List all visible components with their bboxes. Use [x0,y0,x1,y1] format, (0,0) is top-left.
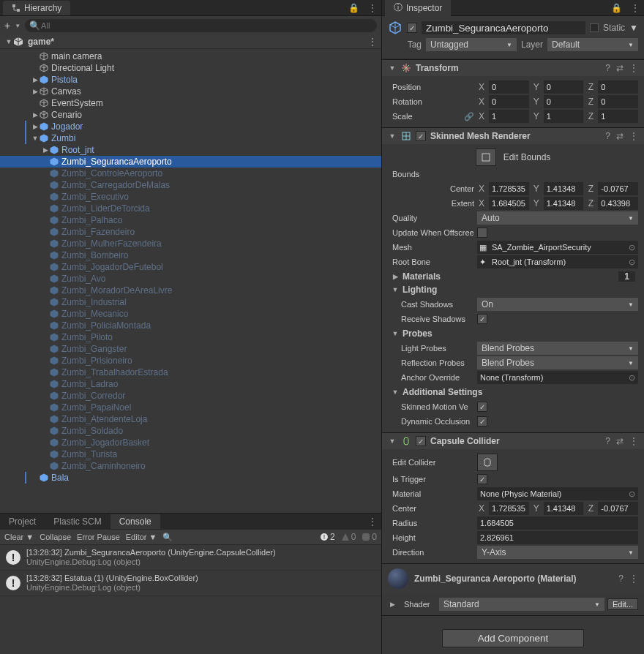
hierarchy-search[interactable] [25,19,377,32]
light-probes-dropdown[interactable]: Blend Probes▼ [477,342,638,355]
inspector-menu-icon[interactable]: ⋮ [626,3,644,13]
error-count[interactable]: 0 [362,532,377,542]
static-checkbox[interactable] [590,23,599,32]
expand-arrow[interactable]: ▼ [31,135,40,142]
bounds-center-y[interactable] [544,182,584,195]
scene-menu[interactable]: ⋮ [368,37,377,47]
expand-arrow[interactable]: ▶ [41,146,50,154]
expand-arrow[interactable]: ▼ [4,38,13,45]
link-icon[interactable]: 🔗 [464,112,474,121]
hierarchy-item[interactable]: Zumbi_MulherFazendeira [0,238,381,249]
gameobject-active-checkbox[interactable] [407,23,417,33]
menu-icon[interactable]: ⋮ [364,3,381,13]
hierarchy-item[interactable]: EventSystem [0,97,381,109]
hierarchy-item[interactable]: Zumbi_Mecanico [0,308,381,320]
preset-icon[interactable]: ⇄ [616,63,624,73]
scale-z[interactable] [598,110,638,123]
component-menu-icon[interactable]: ⋮ [629,574,638,584]
edit-bounds-button[interactable] [476,149,496,166]
hierarchy-item[interactable]: main camera [0,50,381,62]
direction-dropdown[interactable]: Y-Axis▼ [477,546,638,559]
skinned-motion-checkbox[interactable] [477,402,487,412]
hierarchy-item[interactable]: Zumbi_Avo [0,273,381,285]
console-collapse[interactable]: Collapse [40,533,71,541]
inspector-lock-icon[interactable]: 🔒 [607,3,626,13]
project-tab[interactable]: Project [0,514,45,529]
inspector-tab[interactable]: ⓘ Inspector [385,0,451,16]
plastic-scm-tab[interactable]: Plastic SCM [45,514,110,529]
rotation-x[interactable] [489,95,529,108]
component-menu-icon[interactable]: ⋮ [629,436,638,446]
object-picker-icon[interactable]: ⊙ [624,243,635,252]
hierarchy-item[interactable]: Zumbi_MoradorDeAreaLivre [0,285,381,296]
object-picker-icon[interactable]: ⊙ [624,489,635,499]
hierarchy-item[interactable]: ▼Zumbi [0,132,381,144]
cast-shadows-dropdown[interactable]: On▼ [477,298,638,311]
component-menu-icon[interactable]: ⋮ [629,63,638,73]
update-offscreen-checkbox[interactable] [477,228,487,238]
is-trigger-checkbox[interactable] [477,474,487,484]
hierarchy-item[interactable]: ▶Canvas [0,86,381,97]
hierarchy-item[interactable]: ▶Root_jnt [0,144,381,156]
hierarchy-item[interactable]: Directional Light [0,62,381,74]
hierarchy-tab[interactable]: Hierarchy [3,1,70,15]
receive-shadows-checkbox[interactable] [477,314,487,324]
hierarchy-item[interactable]: Zumbi_Soldado [0,425,381,437]
expand-arrow[interactable]: ▶ [31,76,40,83]
help-icon[interactable]: ? [605,63,610,73]
hierarchy-item[interactable]: Zumbi_Industrial [0,296,381,308]
hierarchy-item[interactable]: Zumbi_Piloto [0,331,381,343]
hierarchy-item[interactable]: ▶Cenario [0,109,381,121]
transform-header[interactable]: ▼ Transform ?⇄⋮ [382,60,644,76]
bounds-center-z[interactable] [598,182,638,195]
hierarchy-item[interactable]: Zumbi_Prisioneiro [0,355,381,367]
capsule-enable-checkbox[interactable] [416,436,426,446]
smr-enable-checkbox[interactable] [416,131,426,141]
material-header[interactable]: Zumbi_Seguranca Aeroporto (Material) ? ⋮ [382,563,644,593]
radius-input[interactable] [477,516,638,530]
layer-dropdown[interactable]: Default▼ [547,38,638,51]
hierarchy-item[interactable]: Zumbi_TrabalhadorEstrada [0,367,381,378]
bounds-extent-y[interactable] [544,197,584,210]
object-picker-icon[interactable]: ⊙ [624,258,635,267]
height-input[interactable] [477,531,638,544]
expand-arrow[interactable]: ▶ [31,123,40,130]
console-log-row[interactable]: ![13:28:32] Zumbi_SegurancaAeroporto (Un… [0,545,381,571]
tag-dropdown[interactable]: Untagged▼ [426,38,517,51]
console-clear[interactable]: Clear ▼ [4,533,34,541]
hierarchy-item[interactable]: Zumbi_ControleAeroporto [0,168,381,179]
object-picker-icon[interactable]: ⊙ [624,373,635,383]
scale-y[interactable] [544,110,584,123]
reflection-probes-dropdown[interactable]: Blend Probes▼ [477,356,638,369]
hierarchy-item[interactable]: Zumbi_Gangster [0,343,381,355]
hierarchy-item[interactable]: Zumbi_CarregadorDeMalas [0,179,381,191]
expand-arrow[interactable]: ▶ [31,88,40,95]
bottom-menu-icon[interactable]: ⋮ [364,516,381,527]
preset-icon[interactable]: ⇄ [616,436,624,446]
warn-count[interactable]: 0 [341,532,356,542]
position-y[interactable] [544,80,584,94]
edit-collider-button[interactable] [477,454,498,471]
bounds-extent-x[interactable] [489,197,529,210]
static-dropdown[interactable]: ▼ [629,23,638,33]
hierarchy-item[interactable]: Zumbi_JogadorBasket [0,437,381,448]
collapse-arrow[interactable]: ▼ [388,64,397,72]
help-icon[interactable]: ? [605,436,610,446]
gameobject-name-input[interactable] [422,21,585,34]
info-count[interactable]: !2 [320,532,335,542]
help-icon[interactable]: ? [605,131,610,141]
preset-icon[interactable]: ⇄ [616,131,624,141]
hierarchy-item[interactable]: Bala [0,472,381,484]
physic-material-field[interactable]: None (Physic Material)⊙ [477,487,638,500]
expand-arrow[interactable]: ▶ [31,111,40,119]
hierarchy-item[interactable]: Zumbi_Palhaco [0,214,381,226]
scene-root[interactable]: ▼ game* ⋮ [0,35,381,49]
capsule-center-x[interactable] [489,502,529,515]
component-menu-icon[interactable]: ⋮ [629,131,638,141]
shader-dropdown[interactable]: Standard▼ [439,598,604,611]
hierarchy-item[interactable]: Zumbi_Ladrao [0,378,381,390]
hierarchy-item[interactable]: Zumbi_Turista [0,448,381,460]
rotation-z[interactable] [598,95,638,108]
hierarchy-item[interactable]: Zumbi_SegurancaAeroporto [0,156,381,168]
console-tab[interactable]: Console [111,514,160,529]
